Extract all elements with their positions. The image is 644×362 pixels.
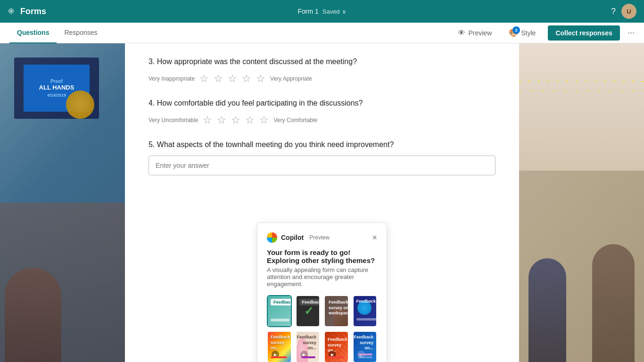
q4-star-3[interactable]: ☆ [231,114,240,126]
theme-6-label: Feedback survey on... [297,335,317,351]
grid-icon[interactable]: ⁜ [8,6,15,16]
copilot-subtext: A visually appealing form can capture at… [267,266,377,288]
theme-7-preview: Feedback survey on... ▶ [325,332,348,362]
tab-bar: Questions Responses 👁 Preview 🎨 2 Style … [0,23,644,43]
copilot-header: Copilot Preview × [267,232,377,243]
style-button[interactable]: 🎨 2 Style [504,25,540,40]
theme-card-1[interactable]: Feedback survey on... [267,295,292,327]
theme-5-preview: Feedback survey on... ▶ [268,332,291,362]
question-4: 4. How comfortable did you feel particip… [149,99,495,126]
tab-responses[interactable]: Responses [57,23,105,43]
theme-8-bar-2 [358,356,372,358]
nav-center: Form 1 Saved ∨ [297,8,346,15]
save-status: Saved ∨ [322,8,347,15]
q3-label-right: Very Appropriate [270,75,312,82]
theme-8-preview: Feedback survey on... ▶ [354,332,377,362]
q4-label-right: Very Comfortable [273,117,317,123]
form-name[interactable]: Form 1 [297,8,318,15]
preview-button[interactable]: 👁 Preview [453,26,496,40]
theme-1-preview: Feedback survey on... [268,296,291,326]
theme-2-check: ✓ [304,304,314,318]
theme-4-label: Feedback survey on workspace [356,299,377,304]
app-title: Forms [20,7,46,16]
theme-5-bar [271,356,287,358]
q3-star-5[interactable]: ☆ [256,73,265,85]
copilot-logo-icon [267,232,277,243]
q4-star-1[interactable]: ☆ [203,114,212,126]
avatar[interactable]: U [621,4,636,19]
theme-grid: Feedback survey on... Feedback survey on… [267,295,377,362]
theme-1-bar [271,319,289,321]
top-navigation: ⁜ Forms Form 1 Saved ∨ ? U [0,0,644,23]
theme-card-6[interactable]: Feedback survey on... ▶ [296,331,321,362]
theme-6-bar [301,356,315,358]
theme-8-bar-1 [358,354,372,355]
theme-8-label: Feedback survey on... [354,335,374,351]
eye-icon: 👁 [458,29,465,37]
theme-card-7[interactable]: Feedback survey on... ▶ [324,331,349,362]
more-options-button[interactable]: ··· [627,28,635,38]
tab-questions[interactable]: Questions [9,23,57,43]
question-5-text: 5. What aspects of the townhall meeting … [149,140,495,149]
q4-label-left: Very Uncomfortable [149,117,198,123]
theme-2-preview: Feedback survey on... ✓ [297,296,320,326]
question-5-input[interactable] [149,156,495,175]
style-icon-wrap: 🎨 2 [509,28,518,37]
q3-label-left: Very Inappropriate [149,75,195,82]
background-left: Proof ALL HANDS 4/24/2019 [0,43,125,362]
q3-star-4[interactable]: ☆ [242,73,251,85]
theme-card-8[interactable]: Feedback survey on... ▶ [353,331,378,362]
question-3-rating: Very Inappropriate ☆ ☆ ☆ ☆ ☆ Very Approp… [149,73,495,85]
copilot-preview-badge: Preview [309,234,330,241]
q4-star-2[interactable]: ☆ [217,114,226,126]
q3-star-2[interactable]: ☆ [214,73,223,85]
theme-4-bar [356,318,377,321]
theme-3-label: Feedback survey on workspace [329,300,348,316]
notification-badge: 2 [512,26,520,34]
question-3: 3. How appropriate was the content discu… [149,58,495,85]
help-icon[interactable]: ? [611,7,616,16]
theme-5-label: Feedback survey on... [271,335,291,351]
theme-card-5[interactable]: Feedback survey on... ▶ [267,331,292,362]
nav-right-actions: ? U [611,4,636,19]
main-area: Proof ALL HANDS 4/24/2019 3. How appropr… [0,43,644,362]
theme-4-preview: Feedback survey on workspace [354,296,377,326]
copilot-title: Copilot [281,234,304,241]
background-right [519,43,644,362]
theme-7-bar [328,356,344,358]
theme-1-label: Feedback survey on... [271,299,291,305]
theme-card-3[interactable]: Feedback survey on workspace [324,295,349,327]
theme-card-4[interactable]: Feedback survey on workspace [353,295,378,327]
copilot-heading: Your form is ready to go! Exploring othe… [267,248,377,264]
theme-card-2[interactable]: Feedback survey on... ✓ [296,295,321,327]
tab-right-actions: 👁 Preview 🎨 2 Style Collect responses ··… [453,25,635,41]
theme-6-preview: Feedback survey on... ▶ [297,332,320,362]
q4-star-4[interactable]: ☆ [245,114,255,126]
q3-star-1[interactable]: ☆ [199,73,209,85]
question-4-text: 4. How comfortable did you feel particip… [149,99,495,107]
form-panel: 3. How appropriate was the content discu… [125,43,519,362]
theme-3-preview: Feedback survey on workspace [325,296,348,326]
question-4-rating: Very Uncomfortable ☆ ☆ ☆ ☆ ☆ Very Comfor… [149,114,495,126]
save-chevron[interactable]: ∨ [342,8,347,15]
collect-responses-button[interactable]: Collect responses [548,25,620,41]
copilot-close-button[interactable]: × [372,233,377,243]
copilot-panel: Copilot Preview × Your form is ready to … [257,222,387,362]
question-3-text: 3. How appropriate was the content discu… [149,58,495,66]
q4-star-5[interactable]: ☆ [259,114,269,126]
q3-star-3[interactable]: ☆ [228,73,237,85]
question-5: 5. What aspects of the townhall meeting … [149,140,495,175]
